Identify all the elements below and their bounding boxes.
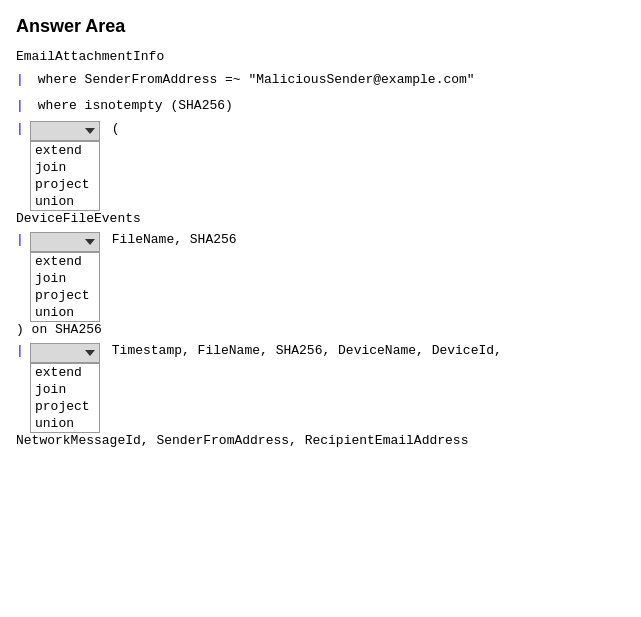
pipe-4: |: [16, 232, 24, 247]
text-open-paren: (: [104, 121, 120, 136]
dropdown-3-arrow-icon: [85, 350, 95, 356]
text-timestamp-fields: Timestamp, FileName, SHA256, DeviceName,…: [104, 343, 502, 358]
dropdown-3-option-extend[interactable]: extend: [31, 364, 99, 381]
dropdown-2-arrow-icon: [85, 239, 95, 245]
dropdown-3-container[interactable]: extend join project union: [30, 343, 100, 433]
dropdown-2-option-extend[interactable]: extend: [31, 253, 99, 270]
dropdown-1-option-union[interactable]: union: [31, 193, 99, 210]
dropdown-3-option-join[interactable]: join: [31, 381, 99, 398]
dropdown-2-option-project[interactable]: project: [31, 287, 99, 304]
text-where-isnotempty: where isnotempty (SHA256): [30, 96, 233, 116]
dropdown-2-option-join[interactable]: join: [31, 270, 99, 287]
line-emailattachmentinfo: EmailAttachmentInfo: [16, 49, 625, 64]
line-network-message: NetworkMessageId, SenderFromAddress, Rec…: [16, 433, 625, 448]
dropdown-1-option-join[interactable]: join: [31, 159, 99, 176]
pipe-3: |: [16, 121, 24, 136]
dropdown-3-options: extend join project union: [30, 363, 100, 433]
dropdown-2-container[interactable]: extend join project union: [30, 232, 100, 322]
line-where-sender: | where SenderFromAddress =~ "MaliciousS…: [16, 70, 625, 90]
line-dropdown2: | extend join project union FileName, SH…: [16, 232, 625, 322]
pipe-2: |: [16, 96, 24, 116]
dropdown-1-arrow-icon: [85, 128, 95, 134]
dropdown-1-option-project[interactable]: project: [31, 176, 99, 193]
dropdown-3-option-project[interactable]: project: [31, 398, 99, 415]
text-filename-sha256: FileName, SHA256: [104, 232, 237, 247]
dropdown-3-option-union[interactable]: union: [31, 415, 99, 432]
dropdown-2-options: extend join project union: [30, 252, 100, 322]
line-dropdown3: | extend join project union Timestamp, F…: [16, 343, 625, 433]
pipe-1: |: [16, 70, 24, 90]
line-close-paren: ) on SHA256: [16, 322, 625, 337]
line-dropdown1: | extend join project union (: [16, 121, 625, 211]
dropdown-2-header[interactable]: [30, 232, 100, 252]
dropdown-3-header[interactable]: [30, 343, 100, 363]
dropdown-1-option-extend[interactable]: extend: [31, 142, 99, 159]
text-where-sender: where SenderFromAddress =~ "MaliciousSen…: [30, 70, 475, 90]
dropdown-1-options: extend join project union: [30, 141, 100, 211]
pipe-5: |: [16, 343, 24, 358]
line-where-isnotempty: | where isnotempty (SHA256): [16, 96, 625, 116]
line-devicefileevents: DeviceFileEvents: [16, 211, 625, 226]
dropdown-2-option-union[interactable]: union: [31, 304, 99, 321]
code-block: EmailAttachmentInfo | where SenderFromAd…: [16, 49, 625, 448]
page-title: Answer Area: [16, 16, 625, 37]
dropdown-1-header[interactable]: [30, 121, 100, 141]
dropdown-1-container[interactable]: extend join project union: [30, 121, 100, 211]
